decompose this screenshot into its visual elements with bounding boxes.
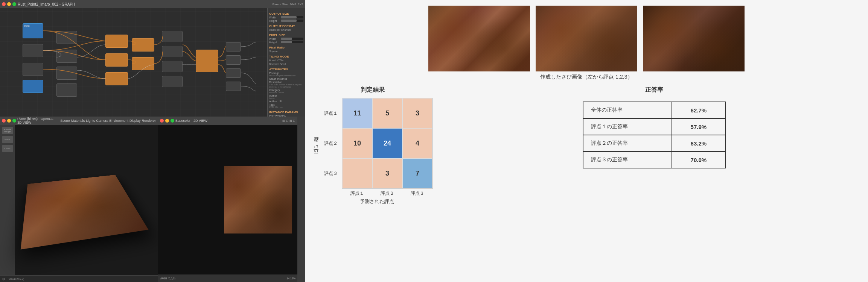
node-orange-main[interactable] [196, 50, 218, 72]
close-button[interactable] [2, 2, 6, 6]
accuracy-value-total: 62.7% [672, 102, 725, 118]
column-labels: 評点１ 評点２ 評点３ [342, 189, 432, 197]
cell-3-2: 3 [372, 158, 402, 188]
cell-1-1: 11 [342, 98, 372, 128]
node-dark-c[interactable] [162, 61, 183, 72]
cell-2-2: 24 [372, 128, 402, 158]
accuracy-value-3: 70.0% [672, 152, 725, 168]
texture-images-row [312, 4, 860, 71]
output-format-section: OUTPUT FORMAT [269, 24, 303, 28]
accuracy-row-total: 全体の正答率 62.7% [583, 102, 725, 118]
graph-content: Input [0, 8, 305, 117]
rust-overlay [20, 175, 148, 249]
node-8[interactable] [56, 83, 77, 97]
sidebar-materia[interactable]: MateriaRough [2, 127, 13, 134]
3d-menu-materials[interactable]: Materials [71, 119, 85, 123]
window-controls[interactable] [2, 2, 16, 6]
3d-close-button[interactable] [2, 119, 6, 123]
3d-menu-scene[interactable]: Scene [60, 119, 70, 123]
node-2[interactable] [23, 44, 43, 57]
col-label-2: 評点２ [372, 189, 402, 197]
node-orange-5[interactable] [132, 57, 154, 70]
width-label: Width [269, 16, 276, 19]
node-input[interactable]: Input [23, 23, 43, 38]
cell-3-1 [342, 158, 372, 188]
confusion-matrix-title: 判定結果 [361, 86, 385, 94]
node-3[interactable] [23, 63, 43, 76]
node-out-2[interactable] [226, 55, 241, 65]
graph-window: Rust_Point2_Imaro_002 - GRAPH Parent Siz… [0, 0, 305, 117]
3d-menu-renderer[interactable]: Renderer [142, 119, 156, 123]
output-size-section: OUTPUT SIZE [269, 12, 303, 15]
node-graph-canvas[interactable]: Input [0, 8, 305, 117]
3d-win-controls[interactable] [2, 119, 16, 123]
height-slider[interactable] [281, 20, 303, 22]
graph-instance-label: Graph Instance [269, 77, 303, 80]
texture-1-overlay [428, 6, 530, 71]
maximize-button[interactable] [12, 2, 16, 6]
author-url-label: Author URL [269, 100, 303, 103]
accuracy-label-3: 評点３の正答率 [583, 152, 672, 168]
node-out-4[interactable] [226, 82, 241, 91]
height-label: Height [269, 20, 277, 22]
author-value: Arma [269, 97, 303, 99]
node-orange-4[interactable] [132, 38, 154, 52]
width-slider[interactable] [281, 16, 303, 18]
3d-menu-lights[interactable]: Lights [86, 119, 95, 123]
matrix-row-labels: 評点１ 評点２ 評点３ [321, 98, 340, 188]
2d-rgb-value: vRGB (0,0,0) [160, 277, 175, 280]
node-dark-b[interactable] [162, 46, 183, 57]
node-out-3[interactable] [226, 68, 241, 78]
node-5[interactable] [56, 31, 77, 44]
view-3d-toolbar: Plane (hi-res) - OpenGL - 3D VIEW Scene … [0, 117, 158, 125]
tags-label: Tags [269, 103, 303, 106]
texture-2-overlay [536, 6, 637, 71]
node-7[interactable] [56, 67, 77, 80]
2d-win-controls[interactable] [160, 119, 174, 123]
substance-designer-panel: Rust_Point2_Imaro_002 - GRAPH Parent Siz… [0, 0, 305, 282]
bottom-views-row: Plane (hi-res) - OpenGL - 3D VIEW Scene … [0, 117, 305, 282]
2d-toolbar-icons: ⊞ ⊟ ⊠ ⊡ [282, 119, 295, 123]
x-axis-label: 予測された評点 [360, 198, 394, 205]
view-2d-toolbar: Basecolor - 2D VIEW ⊞ ⊟ ⊠ ⊡ [158, 117, 297, 125]
2d-close-button[interactable] [160, 119, 164, 123]
node-dark-d[interactable] [162, 76, 183, 87]
description-label: Description [269, 81, 303, 83]
node-4[interactable] [23, 80, 43, 93]
node-6[interactable] [56, 50, 77, 63]
pixel-height-slider[interactable] [281, 41, 303, 43]
2d-min-button[interactable] [165, 119, 169, 123]
view-3d-canvas: MateriaRough Some Cover [0, 125, 158, 282]
node-orange-2[interactable] [105, 53, 128, 67]
node-orange-3[interactable] [105, 72, 128, 85]
3d-menu-environment[interactable]: Environment [109, 119, 128, 123]
3d-min-button[interactable] [7, 119, 11, 123]
cell-1-3: 3 [402, 98, 432, 128]
pixel-width-slider[interactable] [281, 38, 303, 40]
pixel-width-label: Width [269, 38, 276, 40]
random-seed: Random Seed [269, 63, 303, 65]
node-out-1[interactable] [226, 42, 241, 52]
format-value: 8 Bits per Channel [269, 29, 303, 31]
minimize-button[interactable] [7, 2, 11, 6]
graph-properties-panel: OUTPUT SIZE Width Height OUTPUT FORMAT 8… [267, 8, 305, 117]
node-dark-a[interactable] [162, 31, 183, 42]
sidebar-cover[interactable]: Cover [2, 145, 13, 152]
sidebar-some[interactable]: Some [2, 136, 13, 143]
view-3d-title: Plane (hi-res) - OpenGL - 3D VIEW [17, 117, 59, 124]
view-2d-canvas [158, 125, 297, 282]
node-orange-1[interactable] [105, 35, 128, 48]
height-row: Height [269, 20, 303, 22]
texture-images-section: 作成したさび画像（左から評点 1,2,3） [312, 4, 860, 80]
3d-menu-camera[interactable]: Camera [96, 119, 108, 123]
attributes-section: ATTRIBUTES [269, 68, 303, 71]
tags-value: PBR, Util, tco [269, 106, 303, 108]
col-label-1: 評点１ [342, 189, 372, 197]
2d-max-button[interactable] [171, 119, 174, 123]
3d-menu-display[interactable]: Display [129, 119, 141, 123]
3d-max-button[interactable] [12, 119, 16, 123]
graph-toolbar: Rust_Point2_Imaro_002 - GRAPH Parent Siz… [0, 0, 305, 8]
instance-params-section: INSTANCE PARAMS [269, 111, 303, 114]
texture-image-2 [536, 6, 637, 71]
sidebar-cover-label: Cover [4, 147, 10, 150]
